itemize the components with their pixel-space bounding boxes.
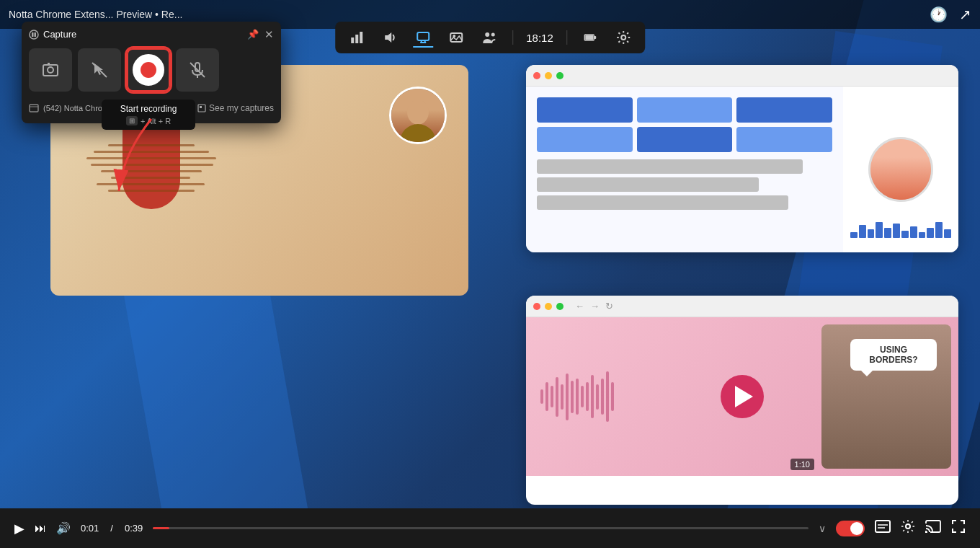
minimize-dot (545, 72, 552, 79)
chevron-down-icon[interactable]: ∨ (819, 523, 826, 534)
screenshot-button[interactable] (29, 48, 72, 92)
progress-filled (153, 527, 169, 529)
video-card-header: ← → ↻ (526, 296, 958, 317)
svg-point-11 (491, 33, 495, 37)
svg-rect-26 (30, 105, 38, 112)
media-toolbar: 18:12 (335, 22, 645, 53)
svg-point-16 (30, 30, 38, 39)
volume-button[interactable]: 🔊 (56, 521, 71, 535)
player-settings-icon[interactable] (901, 519, 915, 537)
people-icon[interactable] (479, 27, 499, 48)
chart-icon[interactable] (347, 27, 367, 48)
video-timestamp: 1:10 (790, 459, 814, 470)
svg-rect-0 (351, 37, 354, 43)
capture-buttons-row: Start recording ⊞ + Alt + R (29, 48, 274, 92)
svg-rect-2 (360, 32, 362, 43)
svg-point-10 (485, 32, 489, 37)
svg-point-20 (48, 67, 53, 73)
speech-bubble: USING BORDERS? (850, 339, 937, 371)
see-captures-button[interactable]: See my captures (197, 103, 274, 113)
video-maximize-dot (556, 303, 564, 310)
capture-title: Capture (29, 29, 76, 40)
svg-rect-13 (594, 36, 596, 39)
toolbar-time: 18:12 (526, 32, 553, 44)
play-pause-button[interactable]: ▶ (14, 521, 24, 536)
top-right-icons: 🕐 ↗ (930, 6, 971, 23)
hide-cursor-button[interactable] (78, 48, 121, 92)
svg-point-34 (906, 524, 910, 529)
skip-forward-button[interactable]: ⏭ (35, 522, 46, 535)
screen-icon[interactable] (413, 27, 433, 48)
svg-rect-29 (200, 106, 202, 108)
svg-rect-4 (417, 32, 429, 40)
play-button-large[interactable] (721, 375, 764, 418)
svg-rect-31 (876, 521, 890, 532)
card-header (526, 65, 958, 87)
start-recording-tooltip: Start recording ⊞ + Alt + R (102, 100, 195, 130)
progress-bar[interactable] (153, 527, 808, 529)
svg-rect-14 (585, 35, 593, 40)
person-avatar-right (868, 137, 933, 202)
close-dot (533, 72, 540, 79)
clock-icon[interactable]: 🕐 (930, 6, 948, 23)
windows-key: ⊞ (126, 116, 138, 125)
maximize-dot (556, 72, 564, 79)
capture-panel-header: Capture 📌 ✕ (29, 29, 274, 40)
svg-point-35 (925, 531, 927, 533)
subtitles-button[interactable] (875, 520, 891, 536)
cast-icon[interactable] (925, 520, 941, 536)
svg-rect-21 (48, 63, 50, 65)
svg-point-15 (621, 35, 625, 40)
svg-rect-1 (355, 35, 358, 43)
image-icon[interactable] (446, 27, 466, 48)
close-icon[interactable]: ✕ (264, 30, 274, 40)
svg-rect-18 (35, 32, 37, 37)
page-title: Notta Chrome Extens... Preview • Re... (9, 9, 182, 20)
time-separator: / (110, 523, 113, 534)
capture-panel: Capture 📌 ✕ (22, 22, 281, 123)
player-bar: ▶ ⏭ 🔊 0:01 / 0:39 ∨ (0, 508, 980, 548)
person-avatar-left (389, 87, 447, 144)
start-recording-button[interactable]: Start recording ⊞ + Alt + R (127, 48, 170, 92)
pin-icon[interactable]: 📌 (248, 30, 258, 40)
video-card: ← → ↻ (526, 296, 958, 505)
video-minimize-dot (545, 303, 552, 310)
svg-marker-3 (385, 32, 391, 43)
svg-rect-17 (32, 32, 34, 37)
share-icon[interactable]: ↗ (959, 6, 971, 23)
total-time: 0:39 (125, 523, 143, 534)
volume-icon[interactable] (380, 27, 400, 48)
fullscreen-icon[interactable] (951, 519, 966, 537)
video-preview: USING BORDERS? 1:10 (526, 317, 958, 476)
transcript-card (526, 65, 958, 252)
autoplay-toggle[interactable] (836, 521, 865, 536)
settings-icon[interactable] (613, 27, 633, 48)
mic-off-button[interactable] (176, 48, 219, 92)
current-time: 0:01 (81, 523, 99, 534)
video-close-dot (533, 303, 540, 310)
battery-icon (580, 27, 600, 48)
